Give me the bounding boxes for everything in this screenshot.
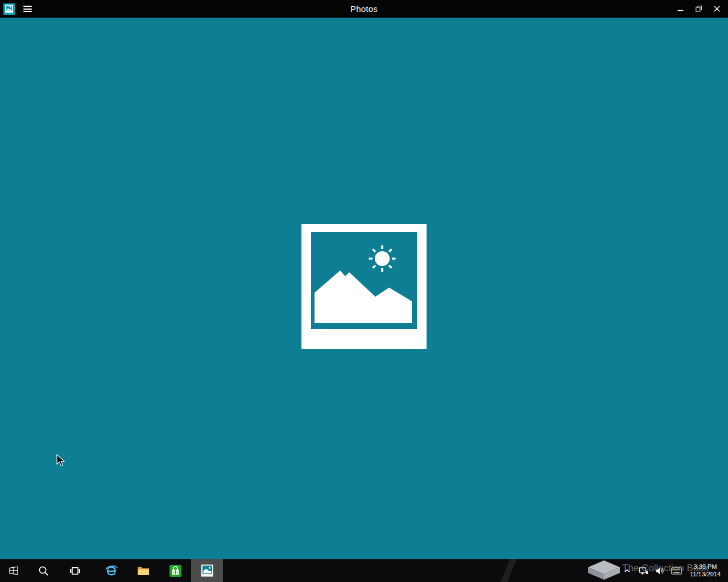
photos-polaroid-icon xyxy=(200,564,214,578)
up-chevron-icon xyxy=(623,568,631,573)
internet-explorer-button[interactable] xyxy=(96,559,127,582)
network-icon xyxy=(639,567,648,575)
show-hidden-icons-button[interactable] xyxy=(621,559,632,582)
taskbar: 3:39 PM 11/13/2014 xyxy=(0,559,728,582)
titlebar: Photos xyxy=(0,0,728,18)
hamburger-menu-icon xyxy=(23,5,32,14)
task-view-button[interactable] xyxy=(59,559,91,582)
volume-tray-button[interactable] xyxy=(654,559,665,582)
network-tray-button[interactable] xyxy=(638,559,649,582)
clock-time: 3:39 PM xyxy=(687,563,723,571)
windows-logo-icon xyxy=(9,566,19,576)
photos-app-canvas xyxy=(0,18,728,559)
task-view-icon xyxy=(69,566,81,576)
folder-icon xyxy=(136,564,150,577)
search-button[interactable] xyxy=(27,559,59,582)
photos-taskbar-button[interactable] xyxy=(191,559,223,582)
close-icon xyxy=(714,6,720,12)
close-button[interactable] xyxy=(708,0,726,18)
touch-keyboard-icon xyxy=(671,567,682,575)
clock-date: 11/13/2014 xyxy=(687,571,723,578)
restore-button[interactable] xyxy=(689,0,708,18)
photos-app-icon xyxy=(3,3,15,15)
system-tray: 3:39 PM 11/13/2014 xyxy=(621,559,728,582)
volume-icon xyxy=(655,567,665,575)
app-menu-button[interactable] xyxy=(18,0,36,18)
touch-keyboard-tray-button[interactable] xyxy=(671,559,682,582)
window-controls xyxy=(671,0,728,18)
magnifier-icon xyxy=(38,566,49,576)
minimize-icon xyxy=(677,6,684,12)
store-bag-icon xyxy=(169,564,182,577)
taskbar-clock[interactable]: 3:39 PM 11/13/2014 xyxy=(687,563,723,578)
ie-icon xyxy=(105,564,118,577)
file-explorer-button[interactable] xyxy=(127,559,159,582)
store-button[interactable] xyxy=(159,559,191,582)
photo-placeholder-polaroid xyxy=(301,224,427,349)
start-button[interactable] xyxy=(0,559,27,582)
restore-icon xyxy=(696,6,702,12)
window-title: Photos xyxy=(0,4,728,14)
minimize-button[interactable] xyxy=(671,0,689,18)
